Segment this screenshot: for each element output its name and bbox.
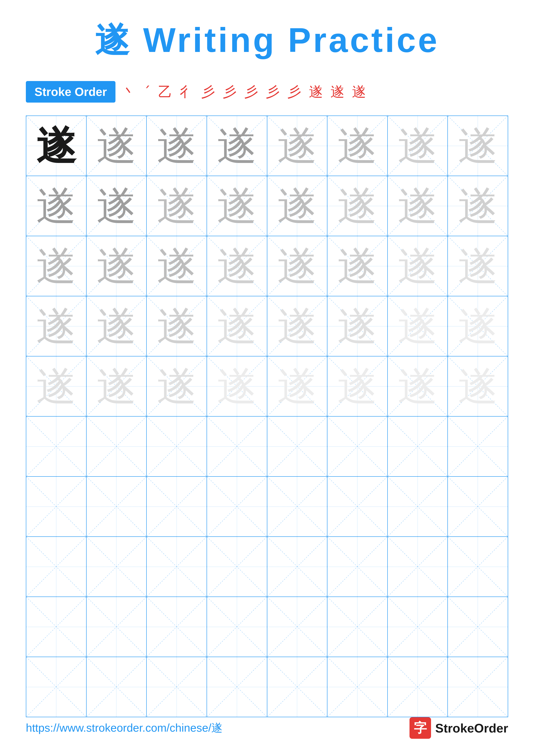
svg-line-149 [147,657,207,717]
grid-cell-6-1[interactable] [87,477,147,536]
grid-cell-2-4[interactable]: 遂 [267,236,328,296]
grid-cell-0-2[interactable]: 遂 [147,116,207,176]
grid-cell-4-0[interactable]: 遂 [26,357,87,416]
grid-cell-4-4[interactable]: 遂 [267,357,328,416]
grid-cell-6-5[interactable] [327,477,388,536]
grid-cell-2-2[interactable]: 遂 [147,236,207,296]
grid-cell-0-7[interactable]: 遂 [448,116,508,176]
grid-cell-8-5[interactable] [327,597,388,657]
grid-cell-7-3[interactable] [207,537,267,597]
svg-line-145 [26,657,86,717]
grid-cell-0-4[interactable]: 遂 [267,116,328,176]
grid-cell-1-0[interactable]: 遂 [26,176,87,236]
grid-cell-6-4[interactable] [267,477,328,536]
grid-cell-3-6[interactable]: 遂 [388,296,448,356]
grid-cell-6-2[interactable] [147,477,207,536]
grid-row-1: 遂 遂 遂 遂 遂 遂 遂 遂 [26,176,508,236]
grid-cell-4-5[interactable]: 遂 [327,357,388,416]
svg-line-115 [87,537,146,597]
grid-cell-8-4[interactable] [267,597,328,657]
grid-cell-8-3[interactable] [207,597,267,657]
grid-cell-3-3[interactable]: 遂 [207,296,267,356]
grid-cell-2-3[interactable]: 遂 [207,236,267,296]
grid-cell-0-6[interactable]: 遂 [388,116,448,176]
grid-cell-0-3[interactable]: 遂 [207,116,267,176]
grid-cell-1-1[interactable]: 遂 [87,176,147,236]
grid-cell-6-7[interactable] [448,477,508,536]
grid-cell-3-1[interactable]: 遂 [87,296,147,356]
grid-cell-6-0[interactable] [26,477,87,536]
grid-cell-5-1[interactable] [87,417,147,476]
grid-cell-0-5[interactable]: 遂 [327,116,388,176]
character-display: 遂 [337,306,377,346]
svg-line-101 [147,477,207,536]
svg-line-156 [388,657,447,717]
svg-line-127 [448,537,508,597]
grid-cell-4-2[interactable]: 遂 [147,357,207,416]
grid-cell-9-6[interactable] [388,657,448,717]
grid-cell-5-0[interactable] [26,417,87,476]
grid-cell-2-7[interactable]: 遂 [448,236,508,296]
grid-cell-9-4[interactable] [267,657,328,717]
stroke-4: 彳 [180,82,197,101]
grid-cell-7-2[interactable] [147,537,207,597]
grid-cell-3-5[interactable]: 遂 [327,296,388,356]
grid-cell-2-6[interactable]: 遂 [388,236,448,296]
grid-cell-1-5[interactable]: 遂 [327,176,388,236]
grid-cell-4-6[interactable]: 遂 [388,357,448,416]
character-display: 遂 [277,186,317,226]
grid-cell-3-2[interactable]: 遂 [147,296,207,356]
grid-cell-1-2[interactable]: 遂 [147,176,207,236]
grid-cell-8-6[interactable] [388,597,448,657]
grid-cell-5-3[interactable] [207,417,267,476]
grid-cell-5-2[interactable] [147,417,207,476]
svg-line-107 [327,477,387,536]
grid-cell-7-1[interactable] [87,537,147,597]
svg-line-143 [448,597,508,657]
grid-cell-9-5[interactable] [327,657,388,717]
grid-cell-4-7[interactable]: 遂 [448,357,508,416]
grid-cell-5-7[interactable] [448,417,508,476]
grid-cell-4-1[interactable]: 遂 [87,357,147,416]
grid-cell-8-7[interactable] [448,597,508,657]
grid-cell-3-0[interactable]: 遂 [26,296,87,356]
grid-cell-0-0[interactable]: 遂 [26,116,87,176]
footer: https://www.strokeorder.com/chinese/遂 字 … [26,717,508,739]
svg-line-121 [267,537,327,597]
grid-cell-6-6[interactable] [388,477,448,536]
grid-cell-1-7[interactable]: 遂 [448,176,508,236]
grid-cell-8-2[interactable] [147,597,207,657]
grid-cell-9-2[interactable] [147,657,207,717]
grid-cell-2-1[interactable]: 遂 [87,236,147,296]
grid-cell-7-5[interactable] [327,537,388,597]
grid-cell-1-4[interactable]: 遂 [267,176,328,236]
grid-cell-3-7[interactable]: 遂 [448,296,508,356]
svg-line-153 [267,657,327,717]
grid-cell-4-3[interactable]: 遂 [207,357,267,416]
grid-cell-0-1[interactable]: 遂 [87,116,147,176]
grid-cell-3-4[interactable]: 遂 [267,296,328,356]
grid-cell-1-3[interactable]: 遂 [207,176,267,236]
grid-cell-7-0[interactable] [26,537,87,597]
grid-cell-9-7[interactable] [448,657,508,717]
grid-cell-5-5[interactable] [327,417,388,476]
grid-cell-5-4[interactable] [267,417,328,476]
grid-cell-2-5[interactable]: 遂 [327,236,388,296]
svg-line-133 [147,597,207,657]
grid-cell-9-1[interactable] [87,657,147,717]
grid-cell-7-7[interactable] [448,537,508,597]
grid-cell-5-6[interactable] [388,417,448,476]
grid-cell-9-3[interactable] [207,657,267,717]
grid-cell-8-0[interactable] [26,597,87,657]
svg-line-81 [26,417,86,476]
character-display: 遂 [157,186,197,226]
grid-cell-9-0[interactable] [26,657,87,717]
grid-cell-8-1[interactable] [87,597,147,657]
footer-url[interactable]: https://www.strokeorder.com/chinese/遂 [26,720,222,736]
grid-cell-2-0[interactable]: 遂 [26,236,87,296]
svg-line-139 [327,597,387,657]
grid-cell-1-6[interactable]: 遂 [388,176,448,236]
grid-cell-7-6[interactable] [388,537,448,597]
grid-cell-6-3[interactable] [207,477,267,536]
grid-cell-7-4[interactable] [267,537,328,597]
